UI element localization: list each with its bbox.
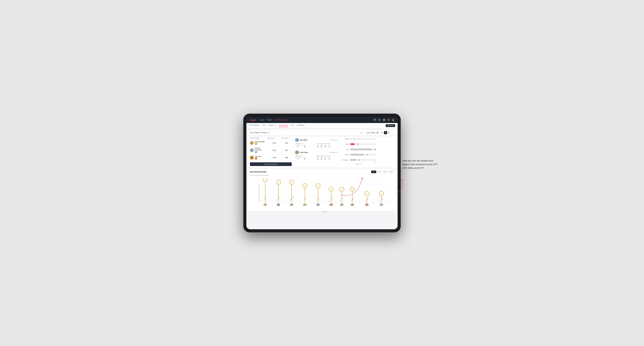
user-icon[interactable]: 👤 [378, 119, 381, 121]
round-player-name: Rees Britt [300, 139, 307, 141]
x-label-200: 200 [362, 162, 364, 163]
app-value: 0 [320, 158, 323, 160]
pb-score: 18/20 [267, 149, 281, 151]
svg-text:4x: 4x [352, 189, 353, 190]
bar-label-bogeys: Bogeys [340, 154, 349, 156]
avatar: EC [250, 148, 254, 152]
putt-value: 1 [328, 146, 331, 148]
chart-title: Total Shots [340, 163, 376, 165]
player-info: EC Edward Crossman 2 [250, 147, 267, 153]
player-name: Richard Butler [255, 141, 265, 143]
tab-pga[interactable]: PGA [262, 124, 266, 127]
app-label: APP [320, 145, 323, 146]
bar-value-birdies: 96 [357, 144, 359, 145]
nav-links: Home Teams My Performance [260, 119, 374, 121]
round-player-info: JC Josh Coles [295, 151, 308, 154]
data-grid: PLAYER NAME PB SCORE PB AVG SQ RB Richar… [248, 137, 396, 168]
pb-avg: 107 [281, 149, 292, 151]
arg-filter-btn[interactable]: ARG [382, 171, 388, 173]
tab-hcaps[interactable]: Hcaps 1-5 [268, 124, 276, 127]
streaks-title: Best Round Streaks [250, 171, 266, 173]
ott-stat: OTT 0 [317, 157, 319, 160]
ott-label: OTT [317, 157, 319, 158]
round-date: 26 Aug 2023 [330, 152, 338, 153]
filter-btn[interactable]: ↑ [391, 131, 394, 134]
bar-label-eagles: Eagles [340, 138, 349, 140]
annotation-text: Here you can see streaks your players ha… [402, 159, 441, 170]
bar-label-birdies: Birdies [340, 144, 349, 145]
svg-point-19 [303, 203, 306, 206]
team-title: Team Clippd | 14 Players [250, 132, 268, 134]
main-content: Team Clippd | 14 Players ✏️ Show Last 3 … [246, 128, 398, 229]
tournament-value: 7 [295, 158, 301, 160]
streak-filter-buttons: OTT APP ARG PUTT [371, 171, 394, 173]
tab-links: PGAT Players PGA Hcaps 1-5 Team Clippd T… [249, 124, 386, 127]
table-row: EC Edward Crossman 2 18/20 107 [248, 146, 294, 155]
svg-text:4x: 4x [330, 189, 332, 190]
total-rounds-group: Total Rounds Tournament 7 Practice [295, 143, 316, 148]
rounds-stat-row: Tournament 7 Practice 6 [295, 145, 316, 148]
period-select[interactable]: Last 3 months [365, 131, 379, 134]
team-header: Team Clippd | 14 Players ✏️ Show Last 3 … [248, 130, 396, 135]
grid-view-btn[interactable]: ⊞ [380, 131, 384, 134]
nav-my-performance[interactable]: My Performance [274, 119, 287, 121]
location-icon[interactable]: 📍 [387, 119, 390, 121]
edit-icon[interactable]: ✏️ [268, 132, 270, 134]
nav-home[interactable]: Home [260, 119, 264, 121]
round-player-row: RB Rees Britt 02 Sep 2023 [295, 138, 338, 142]
avatar: RB [295, 138, 299, 142]
bell-icon[interactable]: 🔔 [382, 119, 385, 121]
svg-text:7x: 7x [264, 179, 266, 181]
practice-activities-label: Total Practice Activities [317, 143, 338, 144]
svg-text:4x: 4x [341, 189, 343, 190]
nav-teams[interactable]: Teams [267, 119, 272, 121]
round-card: RB Rees Britt 02 Sep 2023 Total Rounds [295, 138, 338, 149]
bar-fill-bogeys: 311 [350, 154, 364, 156]
bar-fill-eagles: 3 [350, 138, 350, 140]
tab-all-players[interactable]: All Players [297, 124, 305, 127]
rank-badge: 1 [255, 143, 257, 145]
x-label-0: 0 [350, 162, 351, 163]
avatar-icon[interactable]: 🧑 [392, 119, 394, 121]
x-label-400: 400 [374, 162, 376, 163]
bar-label-dbogeys: D. Bogeys + [340, 159, 349, 161]
total-rounds-label: Total Rounds [295, 143, 316, 144]
col-pb-score: PB SCORE [267, 137, 281, 139]
search-icon[interactable]: 🔍 [374, 119, 376, 121]
arg-stat: ARG 0 [324, 145, 326, 148]
app-filter-btn[interactable]: APP [377, 171, 382, 173]
nav-icons: 🔍 👤 🔔 📍 🧑 [374, 119, 394, 121]
svg-point-39 [350, 203, 354, 206]
putt-filter-btn[interactable]: PUTT [388, 171, 394, 173]
bar-fill-dbogeys: 131 [350, 159, 356, 161]
svg-text:3x: 3x [366, 193, 368, 195]
putt-label: PUTT [328, 145, 331, 146]
practice-stat-row: OTT 0 APP 0 ARG [317, 145, 338, 148]
view-leaderboard-button[interactable]: View Full Leaderboard [250, 162, 292, 166]
add-team-button[interactable]: Add Team [386, 124, 395, 127]
svg-text:E. Ewert: E. Ewert [263, 196, 267, 200]
avatar: RB [250, 141, 254, 145]
svg-point-44 [365, 203, 368, 206]
chart-x-axis: 0 200 400 [350, 162, 376, 163]
ott-value: 0 [317, 158, 319, 160]
arg-label: ARG [324, 145, 326, 146]
bar-value-bogeys: 311 [366, 154, 368, 155]
annotation: Here you can see streaks your players ha… [402, 159, 441, 170]
bar-fill-pars: 499 [350, 149, 372, 150]
bar-value-dbogeys: 131 [358, 159, 360, 161]
tab-tour[interactable]: Tour [291, 124, 294, 127]
list-view-btn[interactable]: ☰ [384, 131, 387, 134]
card-view-btn[interactable]: ◧ [388, 131, 390, 134]
bar-value-eagles: 3 [354, 138, 355, 140]
bubble-chart-svg: 7x E. Ewert 6x B. McHarg [259, 178, 390, 206]
tab-pgat-players[interactable]: PGAT Players [249, 124, 259, 127]
bar-row-bogeys: Bogeys 311 [340, 154, 376, 156]
tab-team-clippd[interactable]: Team Clippd [279, 124, 288, 127]
practice-stat: Practice 2 [302, 157, 306, 160]
leaderboard-panel: PLAYER NAME PB SCORE PB AVG SQ RB Richar… [248, 137, 294, 168]
table-row: RB Richard Butler 1 19/20 110 [248, 140, 294, 146]
ott-filter-btn[interactable]: OTT [371, 171, 376, 173]
practice-value: 6 [302, 146, 306, 148]
avatar: C [250, 156, 254, 160]
